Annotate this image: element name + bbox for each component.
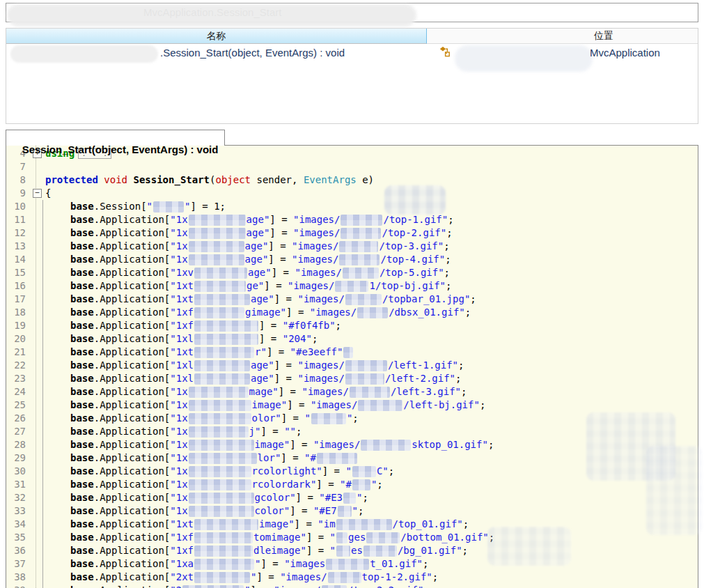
line-number: 39 (6, 584, 26, 588)
blurred-text (189, 241, 244, 252)
code-line: 28base.Application["1ximage"] = "images/… (6, 438, 698, 451)
blurred-text (322, 585, 347, 588)
blurred-text (339, 254, 380, 265)
line-number: 25 (6, 399, 26, 412)
blurred-text (189, 440, 254, 451)
line-number: 38 (6, 571, 26, 584)
blurred-text (194, 281, 246, 292)
blurred-text (194, 320, 258, 332)
line-number: 31 (6, 478, 26, 491)
line-number: 23 (6, 372, 26, 385)
blurred-text (343, 493, 356, 504)
blurred-text (194, 519, 258, 530)
blurred-text (194, 334, 258, 345)
code-line: 23base.Application["1xlage"] = "images//… (6, 372, 698, 385)
blurred-text (336, 546, 350, 557)
blurred-text (328, 572, 361, 583)
line-number: 30 (6, 465, 26, 478)
line-number: 19 (6, 319, 26, 332)
line-number: 28 (6, 438, 26, 451)
code-line: 25base.Application["1ximage"] = "images/… (6, 399, 698, 412)
blurred-text (343, 268, 379, 279)
code-line: 14base.Application["1xage"] = "images//t… (6, 253, 698, 266)
blurred-text (341, 215, 382, 226)
code-line: 12base.Application["1xage"] = "images//t… (6, 226, 698, 240)
code-line: 11base.Application["1xage"] = "images//t… (6, 213, 698, 226)
blurred-text (343, 347, 353, 358)
column-header-name[interactable]: 名称 (6, 29, 427, 44)
column-header-name-label: 名称 (207, 30, 226, 42)
code-line: 37base.Application["1xa"] = "imagest_01.… (6, 557, 698, 571)
line-number: 35 (6, 531, 26, 544)
blurred-text (189, 215, 246, 226)
column-header-location[interactable]: 位置 (427, 29, 698, 44)
blurred-text (189, 493, 254, 504)
fold-collapse-icon[interactable]: − (33, 189, 42, 198)
line-number: 10 (6, 200, 26, 213)
line-number: 27 (6, 425, 26, 438)
code-line: 9−{ (6, 187, 698, 200)
code-line: 8protected void Session_Start(object sen… (6, 173, 698, 187)
line-number: 24 (6, 385, 26, 399)
result-location: MvcApplication (590, 47, 660, 59)
code-line: 31base.Application["1xrcolordark"] = "#"… (6, 478, 698, 491)
code-line: 19base.Application["1xf] = "#f0f4fb"; (6, 319, 698, 332)
code-line: 32base.Application["1xgcolor"] = "#E3"; (6, 491, 698, 504)
code-line: 15base.Application["1xvage"] = "images//… (6, 266, 698, 279)
blurred-text (326, 559, 369, 570)
line-number: 33 (6, 504, 26, 518)
blurred-text (189, 506, 254, 517)
line-number: 20 (6, 332, 26, 346)
line-number: 34 (6, 518, 26, 531)
blurred-text (194, 559, 254, 570)
line-number: 18 (6, 306, 26, 319)
result-name: .Session_Start(object, EventArgs) : void (160, 47, 345, 59)
line-number: 32 (6, 491, 26, 504)
blurred-text (194, 360, 250, 371)
search-query-text: MvcApplication.Session_Start (143, 6, 281, 18)
code-line: 33base.Application["1xcolor"] = "#E7"; (6, 504, 698, 518)
blurred-text (194, 546, 253, 557)
blur-patch (455, 45, 593, 72)
line-number: 29 (6, 451, 26, 465)
blurred-text (189, 466, 251, 477)
blurred-text (194, 307, 244, 318)
code-editor[interactable]: 4+using. . .78protected void Session_Sta… (6, 145, 698, 588)
blurred-text (345, 294, 382, 305)
blurred-text (194, 294, 250, 305)
code-navigator-window: MvcApplication.Session_Start 名称 位置 .Sess… (0, 0, 704, 588)
blurred-text (194, 373, 250, 385)
blurred-text (336, 519, 392, 530)
line-number: 37 (6, 557, 26, 571)
code-line: 35base.Application["1xftomimage"] = "ges… (6, 531, 698, 544)
blurred-text (189, 400, 251, 411)
result-row[interactable]: .Session_Start(object, EventArgs) : void… (6, 44, 698, 62)
code-line: 36base.Application["1xfdleimage"] = "es/… (6, 544, 698, 557)
line-number: 9 (6, 187, 26, 200)
blurred-text (341, 228, 381, 239)
blurred-text (194, 572, 250, 583)
blurred-text (339, 241, 378, 252)
code-line: 21base.Application["1xtr"] = "#e3eeff" (6, 346, 698, 359)
blurred-text (336, 532, 347, 543)
blurred-text (350, 387, 390, 398)
code-line: 34base.Application["1xtimage"] = "im/top… (6, 518, 698, 531)
blurred-text (189, 479, 251, 490)
symbol-search-input[interactable]: MvcApplication.Session_Start (6, 3, 698, 22)
code-lines: 4+using. . .78protected void Session_Sta… (6, 147, 698, 588)
blurred-text (189, 413, 251, 424)
line-number: 26 (6, 412, 26, 425)
blurred-text (189, 254, 244, 265)
code-line: 7 (6, 160, 698, 173)
tab-session-start[interactable]: Session_Start(object, EventArgs) : void (6, 130, 225, 146)
blur-patch (10, 45, 158, 63)
line-number: 14 (6, 253, 26, 266)
blurred-text (189, 228, 246, 239)
blurred-text (194, 347, 254, 358)
blurred-text (345, 373, 384, 385)
line-number: 13 (6, 240, 26, 253)
code-line: 16base.Application["1xtge"] = "images/1/… (6, 279, 698, 293)
blurred-text (194, 532, 253, 543)
blurred-text (153, 201, 184, 212)
code-line: 29base.Application["1xlor"] = "# (6, 451, 698, 465)
